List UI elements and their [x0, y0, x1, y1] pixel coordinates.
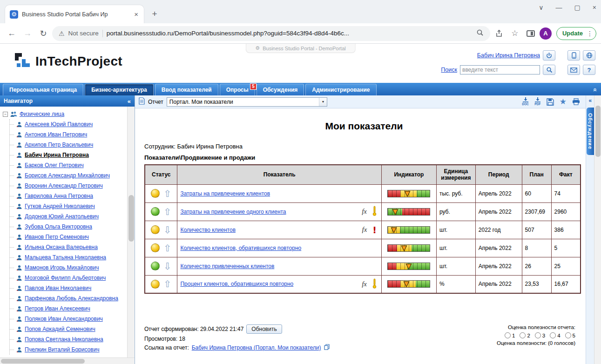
sidebar-collapse-button[interactable]: « — [128, 98, 131, 105]
print-button[interactable] — [572, 98, 580, 105]
save-button[interactable] — [547, 98, 554, 106]
kpi-link[interactable]: Затраты на привлечение одного клиента — [180, 209, 286, 215]
bookmark-star-button[interactable]: ☆ — [508, 27, 522, 40]
tree-link[interactable]: Барков Олег Петрович — [25, 162, 84, 169]
language-globe-button[interactable] — [583, 50, 595, 61]
menu-item[interactable]: Ввод показателей — [155, 84, 218, 95]
rating-radio[interactable] — [505, 332, 511, 338]
kebab-menu-icon[interactable]: ⋮ — [587, 30, 593, 37]
zoom-icon[interactable] — [476, 29, 484, 38]
tree-link[interactable]: Ильина Оксана Валерьевна — [25, 244, 98, 250]
tree-link[interactable]: Гаврилова Анна Петровна — [25, 193, 93, 199]
discussion-collapse-button[interactable]: « — [588, 97, 592, 104]
rating-radio[interactable] — [535, 332, 541, 338]
tree-link[interactable]: Попов Аркадий Семенович — [25, 326, 95, 332]
tree-link[interactable]: Алексеев Юрий Павлович — [25, 121, 93, 128]
tab-close-icon[interactable]: × — [133, 10, 139, 18]
rating-option[interactable]: 1 — [505, 332, 515, 338]
copy-link-icon[interactable] — [324, 344, 330, 351]
tree-link[interactable]: Парфенова Любовь Александровна — [25, 295, 118, 302]
search-input[interactable] — [460, 65, 540, 74]
tab-discussion[interactable]: Обсуждение — [587, 108, 594, 155]
tree-link[interactable]: Пчелкин Виталий Борисович — [25, 346, 100, 353]
search-button[interactable] — [543, 65, 555, 75]
favorite-button[interactable]: ★ — [560, 98, 567, 106]
tree-link[interactable]: Додонов Юрий Анатольевич — [25, 213, 99, 220]
tree-link[interactable]: Попова Светлана Николаевна — [25, 336, 103, 343]
tree-link[interactable]: Мозговой Филипп Альбертович — [25, 275, 106, 281]
menu-item[interactable]: Бизнес-архитектура — [85, 84, 154, 95]
tree-item: Бабич Ирина Петровна — [10, 150, 126, 160]
refresh-button[interactable]: Обновить — [246, 324, 282, 334]
scrollbar-thumb[interactable] — [1, 359, 85, 364]
forward-button[interactable]: → — [20, 27, 34, 40]
menu-item[interactable]: Администрирование — [305, 84, 376, 95]
menu-item[interactable]: Обсуждения — [257, 84, 304, 95]
tree-link[interactable]: Архипов Петр Васильевич — [25, 142, 93, 148]
update-button[interactable]: Update ⋮ — [556, 27, 596, 40]
mobile-version-button[interactable] — [567, 50, 580, 61]
tree-item: Додонов Юрий Анатольевич — [10, 211, 126, 222]
tree-link[interactable]: Павлов Иван Николаевич — [25, 285, 91, 291]
export-doc-button[interactable]: DOC — [522, 97, 528, 106]
report-link[interactable]: Бабич Ирина Петровна (Портал. Мои показа… — [192, 344, 321, 351]
tree-link[interactable]: Мальцева Татьяна Николаевна — [25, 254, 106, 261]
generated-text: Отчет сформирован: 29.04.2022 21:47 — [144, 326, 243, 332]
kpi-link[interactable]: Количество клиентов, обратившихся повтор… — [180, 245, 301, 251]
rating-radio[interactable] — [520, 332, 526, 338]
tree-link[interactable]: Петров Иван Алексеевич — [25, 305, 90, 312]
messages-button[interactable] — [567, 65, 580, 75]
kpi-link[interactable]: Процент клиентов, обратившихся повторно — [180, 281, 293, 287]
rating-radio[interactable] — [565, 332, 571, 338]
kpi-link[interactable]: Затраты на привлечение клиентов — [180, 190, 270, 197]
browser-tab[interactable]: ⚙ Business Studio Portal Бабич Ир × — [5, 5, 144, 23]
main-vertical-scrollbar[interactable] — [594, 95, 601, 364]
sidebar-vertical-scrollbar[interactable] — [127, 107, 135, 357]
tree-link[interactable]: Борисов Александр Михайлович — [25, 172, 110, 179]
chevron-down-icon[interactable]: ∨ — [539, 4, 543, 11]
menu-item[interactable]: Опросы5 — [220, 84, 255, 95]
select-chevron-icon[interactable]: ▼ — [319, 98, 327, 106]
rating-option[interactable]: 2 — [520, 332, 530, 338]
menu-collapse-button[interactable]: « — [592, 86, 599, 94]
scrollbar-thumb[interactable] — [128, 195, 134, 242]
side-panel-button[interactable] — [524, 27, 538, 40]
search-link[interactable]: Поиск — [441, 67, 457, 73]
current-user-link[interactable]: Бабич Ирина Петровна — [477, 52, 540, 59]
menu-item[interactable]: Персональная страница — [3, 84, 83, 95]
rating-option[interactable]: 4 — [550, 332, 560, 338]
tree-link[interactable]: Бабич Ирина Петровна — [25, 152, 89, 158]
site-header: InTechProject ⚙ Business Studio Portal -… — [0, 44, 601, 83]
address-bar[interactable]: ⚠ Not secure portal.businessstudio.ru/De… — [52, 26, 490, 41]
rating-radio[interactable] — [550, 332, 556, 338]
export-pdf-button[interactable]: PDF — [534, 97, 541, 106]
kpi-link[interactable]: Количество клиентов — [180, 227, 236, 233]
url-text[interactable]: portal.businessstudio.ru/DemoPortal/busi… — [107, 30, 473, 37]
tree-link[interactable]: Зубова Ольга Викторовна — [25, 223, 92, 230]
kpi-link[interactable]: Количество привлеченных клиентов — [180, 263, 274, 270]
scrollbar-thumb[interactable] — [595, 106, 601, 157]
tree-link[interactable]: Воронин Александр Петрович — [25, 182, 103, 189]
tree-link[interactable]: Гутков Андрей Николаевич — [25, 203, 95, 209]
sidebar-horizontal-scrollbar[interactable] — [0, 357, 135, 364]
help-button[interactable]: ? — [583, 65, 595, 75]
close-button[interactable]: × — [593, 4, 596, 11]
logout-power-button[interactable] — [543, 50, 555, 61]
new-tab-button[interactable]: + — [148, 7, 161, 20]
tree-link[interactable]: Поляков Иван Александрович — [25, 316, 103, 322]
back-button[interactable]: ← — [5, 27, 19, 40]
tree-link[interactable]: Мамонов Игорь Михайлович — [25, 264, 99, 271]
tree-link[interactable]: Иванов Петр Семенович — [25, 234, 89, 240]
rating-option[interactable]: 3 — [535, 332, 545, 338]
rating-option[interactable]: 5 — [565, 332, 575, 338]
maximize-button[interactable]: ▢ — [574, 4, 581, 11]
tree-link[interactable]: Антонов Иван Петрович — [25, 131, 87, 138]
reload-button[interactable]: ↻ — [36, 27, 50, 40]
minimize-button[interactable]: — — [556, 4, 562, 11]
profile-avatar[interactable]: A — [540, 27, 552, 40]
share-button[interactable] — [492, 27, 506, 40]
tree-root-link[interactable]: Физические лица — [20, 111, 64, 117]
menu-item-label: Персональная страница — [9, 87, 77, 93]
collapse-node-icon[interactable]: − — [3, 112, 8, 117]
report-select[interactable]: Портал. Мои показатели ▼ — [167, 97, 327, 107]
